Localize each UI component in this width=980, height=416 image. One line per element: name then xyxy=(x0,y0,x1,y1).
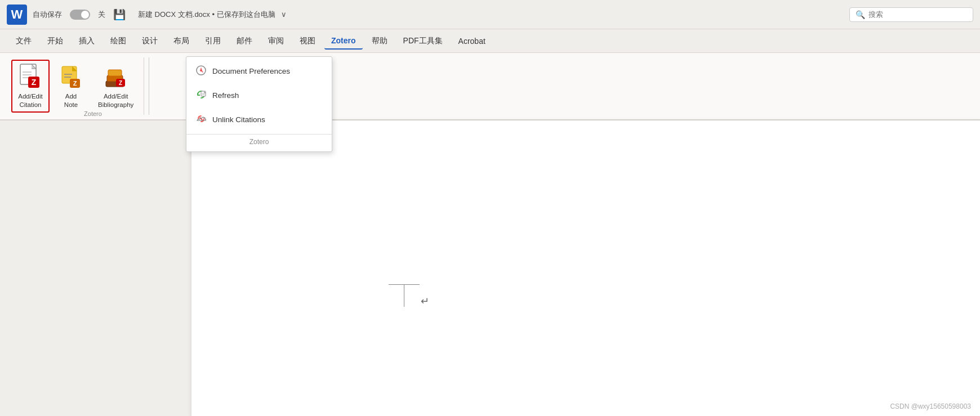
unlink-citations-item[interactable]: Unlink Citations xyxy=(186,108,332,132)
menu-item-acrobat[interactable]: Acrobat xyxy=(452,33,492,49)
svg-point-17 xyxy=(200,69,202,71)
add-note-button[interactable]: Z AddNote xyxy=(52,60,90,113)
menu-bar: 文件 开始 插入 绘图 设计 布局 引用 邮件 审阅 视图 Zotero 帮助 … xyxy=(0,29,980,53)
unlink-citations-label: Unlink Citations xyxy=(212,115,265,124)
cursor-v-line xyxy=(404,284,404,307)
cursor-lines xyxy=(389,284,420,307)
search-box: 🔍 xyxy=(849,7,973,22)
add-edit-bibliography-button[interactable]: Z Add/EditBibliography xyxy=(92,60,139,113)
add-edit-bibliography-icon: Z xyxy=(103,63,130,90)
menu-item-shenyue[interactable]: 审阅 xyxy=(261,33,291,50)
zotero-ribbon-group: Z Add/EditCitation Z AddNote xyxy=(7,57,144,115)
menu-item-kaishi[interactable]: 开始 xyxy=(41,33,70,50)
menu-item-sheji[interactable]: 设计 xyxy=(135,33,164,50)
add-edit-citation-button[interactable]: Z Add/EditCitation xyxy=(11,60,50,113)
svg-text:Z: Z xyxy=(32,78,37,87)
ribbon-group-label: Zotero xyxy=(0,110,186,117)
refresh-label: Refresh xyxy=(212,91,239,100)
menu-item-charu[interactable]: 插入 xyxy=(72,33,101,50)
menu-item-youjian[interactable]: 邮件 xyxy=(230,33,259,50)
add-edit-citation-label: Add/EditCitation xyxy=(18,92,42,109)
save-icon[interactable]: 💾 xyxy=(113,8,126,21)
toggle-state-label: 关 xyxy=(98,10,105,20)
dropdown-footer: Zotero xyxy=(186,134,332,149)
menu-item-wenjian[interactable]: 文件 xyxy=(9,33,38,50)
cursor-arrow: ↵ xyxy=(421,295,429,307)
menu-item-zotero[interactable]: Zotero xyxy=(324,33,363,50)
cursor-area: ↵ xyxy=(389,284,429,307)
svg-rect-13 xyxy=(108,70,122,76)
dropdown-menu: Document Preferences Refresh xyxy=(186,56,332,152)
doc-page[interactable]: ↵ xyxy=(191,120,980,416)
doc-left-margin xyxy=(0,120,191,416)
dropdown-arrow[interactable]: ∨ xyxy=(281,10,287,19)
title-bar: W 自动保存 关 💾 新建 DOCX 文档.docx • 已保存到这台电脑 ∨ … xyxy=(0,0,980,29)
refresh-icon xyxy=(195,89,207,102)
refresh-item[interactable]: Refresh xyxy=(186,83,332,108)
autosave-label: 自动保存 xyxy=(33,10,62,20)
search-input[interactable] xyxy=(868,10,967,19)
document-preferences-label: Document Preferences xyxy=(212,67,290,75)
doc-title: 新建 DOCX 文档.docx • 已保存到这台电脑 xyxy=(138,10,275,20)
ribbon: Z Add/EditCitation Z AddNote xyxy=(0,53,980,120)
add-edit-citation-icon: Z xyxy=(17,63,44,90)
document-preferences-item[interactable]: Document Preferences xyxy=(186,59,332,83)
search-icon: 🔍 xyxy=(856,10,865,19)
autosave-toggle[interactable] xyxy=(70,10,90,20)
menu-item-yinyong[interactable]: 引用 xyxy=(198,33,228,50)
add-note-label: AddNote xyxy=(64,92,78,109)
menu-item-shitu[interactable]: 视图 xyxy=(293,33,322,50)
menu-item-bangzhu[interactable]: 帮助 xyxy=(365,33,394,50)
svg-text:Z: Z xyxy=(119,80,122,86)
watermark: CSDN @wxy15650598003 xyxy=(890,402,971,410)
document-preferences-icon xyxy=(195,65,207,78)
unlink-citations-icon xyxy=(195,113,207,126)
word-logo: W xyxy=(7,5,27,25)
menu-item-buju[interactable]: 布局 xyxy=(167,33,196,50)
svg-text:Z: Z xyxy=(73,80,77,87)
menu-item-pdf[interactable]: PDF工具集 xyxy=(397,33,449,50)
menu-item-huitu[interactable]: 绘图 xyxy=(104,33,133,50)
add-note-icon: Z xyxy=(57,63,84,90)
toggle-knob xyxy=(81,11,89,19)
document-area: ↵ xyxy=(0,120,980,416)
add-edit-bibliography-label: Add/EditBibliography xyxy=(98,92,133,109)
ribbon-divider xyxy=(149,57,149,115)
